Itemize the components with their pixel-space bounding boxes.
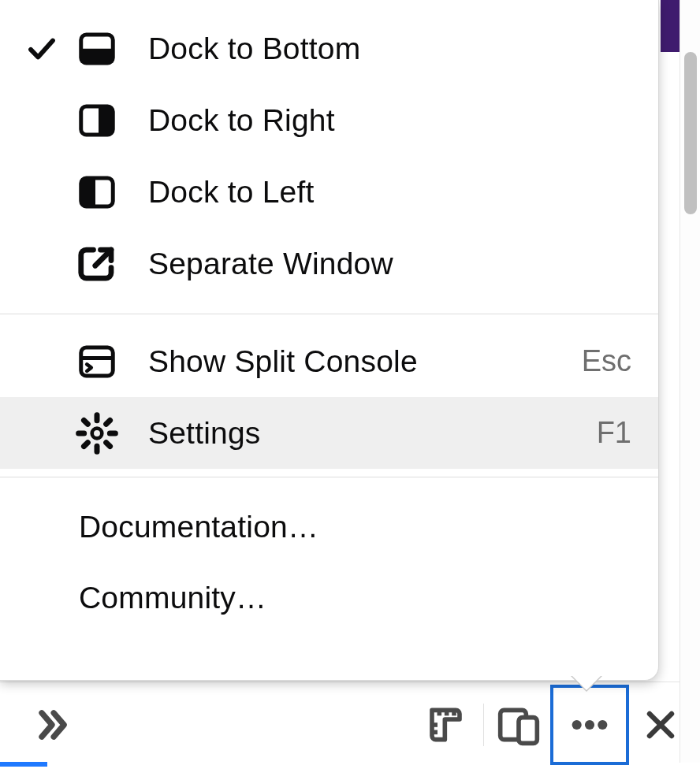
svg-point-17 (598, 719, 607, 729)
svg-point-16 (585, 719, 594, 729)
menu-item-shortcut: Esc (582, 344, 631, 378)
active-tab-underline (0, 762, 47, 767)
page-scrollbar-track[interactable] (680, 0, 700, 763)
dock-right-icon (69, 99, 125, 142)
menu-item-label: Community… (79, 581, 572, 615)
links-section: Documentation… Community… (0, 477, 658, 651)
menu-item-separate-window[interactable]: Separate Window (0, 228, 658, 299)
menu-item-label: Documentation… (79, 510, 572, 544)
responsive-design-button[interactable] (490, 696, 547, 753)
svg-point-15 (572, 719, 582, 729)
menu-item-documentation[interactable]: Documentation… (0, 492, 658, 563)
svg-rect-14 (519, 717, 537, 743)
devtools-options-menu: Dock to Bottom Dock to Right Dock to (0, 0, 659, 681)
svg-line-10 (106, 442, 110, 446)
menu-item-label: Separate Window (148, 247, 572, 281)
menu-item-label: Dock to Left (148, 175, 572, 210)
menu-item-community[interactable]: Community… (0, 563, 658, 633)
menu-item-dock-right[interactable]: Dock to Right (0, 84, 658, 156)
menu-item-label: Settings (148, 416, 572, 451)
toolbar-separator (483, 704, 484, 746)
overflow-button[interactable] (24, 696, 80, 753)
popout-icon (69, 243, 125, 285)
menu-arrow (572, 676, 601, 690)
page-scrollbar-thumb[interactable] (684, 52, 697, 214)
menu-item-label: Dock to Right (148, 103, 572, 138)
dock-left-icon (69, 171, 125, 214)
dock-bottom-icon (69, 28, 125, 70)
menu-item-split-console[interactable]: Show Split Console Esc (0, 325, 658, 397)
dock-position-section: Dock to Bottom Dock to Right Dock to (0, 0, 658, 314)
more-options-button[interactable] (550, 685, 629, 765)
svg-line-9 (84, 420, 88, 424)
ruler-button[interactable] (420, 696, 477, 753)
split-console-icon (69, 340, 125, 383)
menu-item-dock-left[interactable]: Dock to Left (0, 156, 658, 228)
gear-icon (69, 411, 125, 455)
svg-line-11 (84, 442, 88, 446)
menu-item-shortcut: F1 (597, 416, 631, 450)
devtools-toolbar (0, 682, 700, 767)
tools-section: Show Split Console Esc (0, 314, 658, 477)
menu-item-settings[interactable]: Settings F1 (0, 397, 658, 469)
menu-item-label: Dock to Bottom (148, 32, 572, 66)
check-icon (14, 32, 69, 65)
svg-line-12 (106, 420, 110, 424)
menu-item-label: Show Split Console (148, 344, 572, 379)
menu-item-dock-bottom[interactable]: Dock to Bottom (0, 13, 658, 84)
